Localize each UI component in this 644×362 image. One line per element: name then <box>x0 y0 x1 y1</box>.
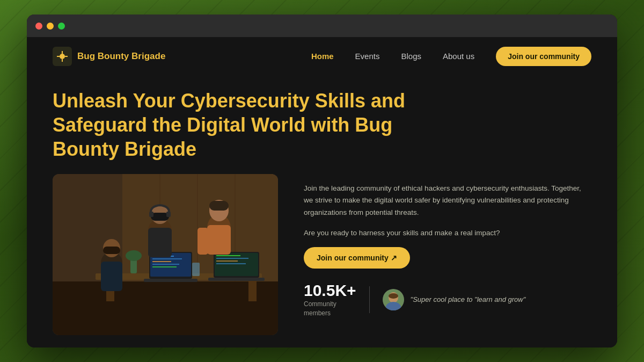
stats-label: Communitymembers <box>304 300 356 318</box>
nav-item-about[interactable]: About us <box>443 52 474 61</box>
svg-rect-51 <box>53 174 278 335</box>
nav-item-home[interactable]: Home <box>311 52 334 61</box>
hero-right-content: Join the leading community of ethical ha… <box>304 174 591 318</box>
browser-window: Bug Bounty Brigade Home Events Blogs Abo… <box>27 15 617 347</box>
nav-links: Home Events Blogs About us <box>311 52 474 61</box>
nav-item-blogs[interactable]: Blogs <box>401 52 421 61</box>
nav-logo[interactable]: Bug Bounty Brigade <box>53 47 165 66</box>
browser-chrome <box>27 15 617 37</box>
testimonial-quote: "Super cool place to "learn and grow" <box>411 295 526 305</box>
stats-divider <box>369 286 370 313</box>
stats-number: 10.5K+ <box>304 281 356 300</box>
logo-text: Bug Bounty Brigade <box>77 51 165 62</box>
hero-image <box>53 174 278 335</box>
maximize-button-icon[interactable] <box>58 23 65 30</box>
nav-link-home[interactable]: Home <box>311 52 334 61</box>
nav-cta-button[interactable]: Join our community <box>496 47 591 66</box>
nav-link-blogs[interactable]: Blogs <box>401 52 421 61</box>
hero-title: Unleash Your Cybersecurity Skills and Sa… <box>53 89 439 161</box>
hero-cta-button[interactable]: Join our community ↗ <box>304 247 410 269</box>
nav-link-events[interactable]: Events <box>355 52 380 61</box>
hero-question: Are you ready to harness your skills and… <box>304 227 591 239</box>
nav-item-events[interactable]: Events <box>355 52 380 61</box>
close-button-icon[interactable] <box>35 23 42 30</box>
minimize-button-icon[interactable] <box>47 23 54 30</box>
hero-stats: 10.5K+ Communitymembers <box>304 281 591 318</box>
site-content: Bug Bounty Brigade Home Events Blogs Abo… <box>27 37 617 347</box>
hero-description: Join the leading community of ethical ha… <box>304 183 591 219</box>
avatar <box>383 289 404 310</box>
svg-rect-54 <box>389 293 398 299</box>
stats-testimonial: "Super cool place to "learn and grow" <box>383 289 526 310</box>
stats-block: 10.5K+ Communitymembers <box>304 281 356 318</box>
hero-body: Join the leading community of ethical ha… <box>53 174 591 335</box>
svg-point-0 <box>60 54 65 59</box>
logo-icon <box>53 47 72 66</box>
nav-link-about[interactable]: About us <box>443 52 474 61</box>
hero-section: Unleash Your Cybersecurity Skills and Sa… <box>27 76 617 347</box>
navbar: Bug Bounty Brigade Home Events Blogs Abo… <box>27 37 617 76</box>
